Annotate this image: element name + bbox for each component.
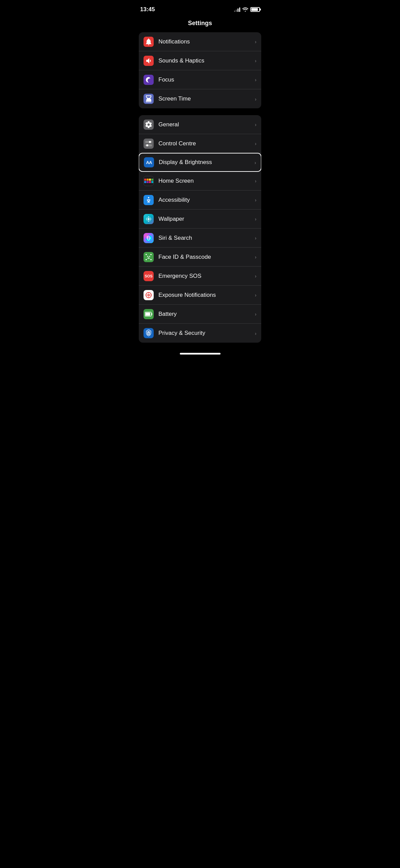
display-brightness-row[interactable]: AA Display & Brightness › [139, 153, 261, 172]
settings-group-1: Notifications › Sounds & Haptics › Focus… [139, 32, 261, 108]
focus-icon [144, 75, 154, 85]
display-brightness-label: Display & Brightness [159, 159, 254, 166]
general-row[interactable]: General › [139, 115, 261, 134]
emergency-sos-label: Emergency SOS [158, 273, 255, 279]
status-bar: 13:45 [133, 0, 267, 17]
svg-rect-17 [146, 254, 147, 255]
control-centre-chevron: › [255, 141, 256, 146]
screen-time-label: Screen Time [158, 95, 255, 102]
focus-chevron: › [255, 77, 256, 83]
svg-point-26 [148, 294, 149, 295]
screen-time-row[interactable]: Screen Time › [139, 89, 261, 108]
accessibility-label: Accessibility [158, 197, 255, 203]
wallpaper-label: Wallpaper [158, 216, 255, 222]
sounds-haptics-row[interactable]: Sounds & Haptics › [139, 51, 261, 70]
privacy-security-chevron: › [255, 330, 256, 336]
battery-label: Battery [158, 311, 255, 318]
svg-point-4 [148, 197, 149, 198]
screen-time-chevron: › [255, 96, 256, 102]
home-screen-row[interactable]: Home Screen › [139, 171, 261, 191]
general-chevron: › [255, 122, 256, 127]
sounds-icon [144, 56, 154, 66]
face-id-chevron: › [255, 254, 256, 260]
general-label: General [158, 121, 255, 128]
svg-point-11 [150, 217, 151, 218]
siri-search-chevron: › [255, 235, 256, 241]
general-icon [144, 120, 154, 130]
privacy-security-label: Privacy & Security [158, 330, 255, 337]
notifications-label: Notifications [158, 38, 255, 45]
svg-point-13 [150, 220, 151, 221]
wifi-icon [242, 7, 248, 13]
emergency-sos-row[interactable]: SOS Emergency SOS › [139, 267, 261, 286]
notifications-icon [144, 37, 154, 47]
svg-point-7 [148, 220, 149, 222]
emergency-sos-icon: SOS [144, 271, 154, 281]
focus-label: Focus [158, 76, 255, 83]
control-centre-row[interactable]: Control Centre › [139, 134, 261, 153]
emergency-sos-chevron: › [255, 273, 256, 279]
svg-point-22 [149, 256, 150, 257]
status-icons [234, 7, 260, 13]
svg-rect-33 [146, 312, 150, 315]
face-id-icon [144, 252, 154, 262]
page-title: Settings [133, 17, 267, 32]
exposure-icon [144, 290, 154, 300]
siri-search-label: Siri & Search [158, 235, 255, 241]
sounds-label: Sounds & Haptics [158, 57, 255, 64]
svg-point-5 [148, 218, 150, 220]
screen-time-icon [144, 94, 154, 104]
home-indicator [133, 349, 267, 357]
status-time: 13:45 [140, 6, 155, 13]
face-id-label: Face ID & Passcode [158, 254, 255, 260]
svg-point-2 [149, 141, 151, 143]
svg-point-12 [147, 220, 148, 221]
battery-icon-row [144, 309, 154, 319]
wallpaper-icon [144, 214, 154, 224]
svg-point-3 [146, 144, 148, 146]
svg-rect-20 [150, 259, 152, 260]
control-centre-label: Control Centre [158, 140, 255, 147]
svg-point-21 [147, 256, 148, 257]
home-screen-icon [144, 176, 154, 186]
accessibility-icon [144, 195, 154, 205]
signal-icon [234, 7, 240, 12]
display-brightness-icon: AA [144, 157, 154, 167]
wallpaper-chevron: › [255, 216, 256, 222]
face-id-row[interactable]: Face ID & Passcode › [139, 248, 261, 267]
battery-chevron: › [255, 311, 256, 317]
sounds-chevron: › [255, 58, 256, 64]
svg-rect-19 [146, 259, 147, 260]
exposure-notifications-label: Exposure Notifications [158, 292, 255, 299]
svg-point-8 [146, 218, 147, 220]
svg-rect-18 [150, 254, 152, 255]
svg-rect-32 [152, 313, 152, 315]
focus-row[interactable]: Focus › [139, 70, 261, 89]
display-brightness-chevron: › [254, 160, 256, 165]
home-screen-chevron: › [255, 178, 256, 184]
settings-group-2: General › Control Centre › AA Display & … [139, 115, 261, 343]
battery-icon [250, 7, 260, 12]
svg-point-9 [150, 218, 151, 220]
home-screen-label: Home Screen [158, 178, 255, 184]
svg-point-10 [147, 217, 148, 218]
home-bar [180, 353, 221, 355]
privacy-security-row[interactable]: Privacy & Security › [139, 324, 261, 343]
privacy-icon [144, 328, 154, 338]
svg-point-6 [148, 216, 149, 218]
wallpaper-row[interactable]: Wallpaper › [139, 210, 261, 229]
battery-row[interactable]: Battery › [139, 305, 261, 324]
siri-search-row[interactable]: Siri & Search › [139, 229, 261, 248]
exposure-notifications-chevron: › [255, 292, 256, 298]
siri-icon [144, 233, 154, 243]
accessibility-row[interactable]: Accessibility › [139, 191, 261, 210]
control-centre-icon [144, 139, 154, 149]
accessibility-chevron: › [255, 197, 256, 203]
exposure-notifications-row[interactable]: Exposure Notifications › [139, 286, 261, 305]
notifications-row[interactable]: Notifications › [139, 32, 261, 51]
svg-point-35 [148, 333, 149, 334]
notifications-chevron: › [255, 39, 256, 44]
